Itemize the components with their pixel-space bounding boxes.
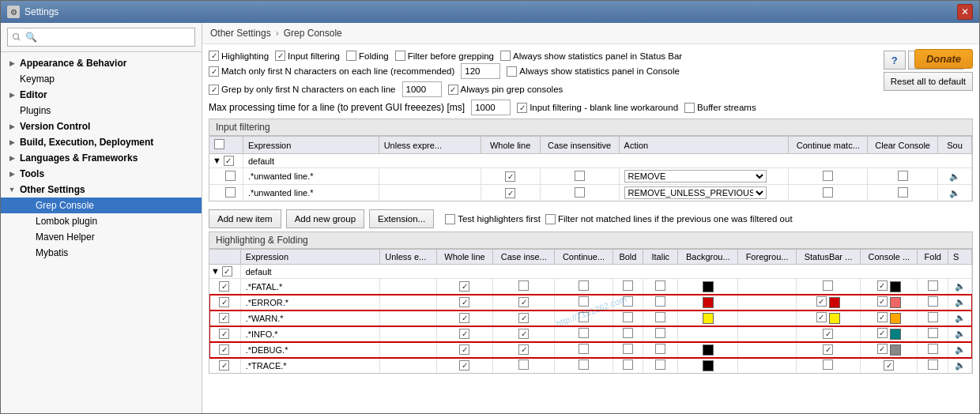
sidebar-item-appearance[interactable]: ▶ Appearance & Behavior xyxy=(1,55,202,71)
always-pin-option[interactable]: Always pin grep consoles xyxy=(448,85,564,95)
error-bold-cb[interactable] xyxy=(623,296,633,307)
folding-checkbox[interactable] xyxy=(346,51,356,61)
warn-bg-swatch[interactable] xyxy=(703,313,714,324)
row1-action-select[interactable]: REMOVE xyxy=(624,170,767,183)
fatal-statusbar-cb[interactable] xyxy=(823,280,833,291)
sidebar-item-build[interactable]: ▶ Build, Execution, Deployment xyxy=(1,134,202,150)
warn-cb[interactable] xyxy=(219,313,229,323)
sidebar-item-languages[interactable]: ▶ Languages & Frameworks xyxy=(1,150,202,166)
info-caseins-cb[interactable] xyxy=(518,329,529,339)
input-filtering-checkbox[interactable] xyxy=(275,51,285,61)
highlighting-option[interactable]: Highlighting xyxy=(209,51,269,61)
fatal-italic-cb[interactable] xyxy=(655,280,665,291)
error-fold-cb[interactable] xyxy=(928,296,938,307)
trace-wholeline-cb[interactable] xyxy=(459,360,469,371)
group-checkbox[interactable] xyxy=(224,156,234,166)
error-bg-swatch[interactable] xyxy=(703,297,714,308)
info-statusbar-cb[interactable] xyxy=(823,329,833,339)
max-processing-input[interactable] xyxy=(471,100,511,115)
sidebar-item-mybatis[interactable]: Mybatis xyxy=(1,245,202,261)
warn-fold-cb[interactable] xyxy=(928,312,938,322)
debug-cont-cb[interactable] xyxy=(579,344,589,354)
always-show-stats-statusbar-option[interactable]: Always show statistics panel in Status B… xyxy=(500,51,682,61)
filter-before-grepping-checkbox[interactable] xyxy=(395,51,405,61)
warn-cont-cb[interactable] xyxy=(579,312,589,322)
blank-line-workaround-checkbox[interactable] xyxy=(517,103,527,113)
info-sound[interactable]: 🔈 xyxy=(948,326,972,342)
match-first-n-option[interactable]: Match only first N characters on each li… xyxy=(209,66,454,77)
fatal-console-swatch[interactable] xyxy=(890,281,901,292)
debug-console-cb[interactable] xyxy=(877,344,888,354)
info-cont-cb[interactable] xyxy=(579,328,589,338)
row1-contmatch-cb[interactable] xyxy=(823,171,833,181)
close-button[interactable]: ✕ xyxy=(957,4,973,20)
row1-wholeline-cb[interactable] xyxy=(505,171,515,182)
test-highlighters-checkbox[interactable] xyxy=(445,214,455,224)
error-sound[interactable]: 🔈 xyxy=(948,295,972,310)
row1-sound[interactable]: 🔈 xyxy=(938,168,972,185)
debug-cb[interactable] xyxy=(219,344,229,355)
row2-contmatch-cb[interactable] xyxy=(823,187,833,198)
fatal-bg-swatch[interactable] xyxy=(703,281,714,292)
trace-statusbar-cb[interactable] xyxy=(823,359,833,370)
sidebar-item-lombok[interactable]: Lombok plugin xyxy=(1,213,202,229)
fatal-console-cb[interactable] xyxy=(877,280,888,291)
fatal-bold-cb[interactable] xyxy=(623,280,633,291)
info-bold-cb[interactable] xyxy=(623,328,633,338)
error-caseins-cb[interactable] xyxy=(518,297,529,307)
buffer-streams-option[interactable]: Buffer streams xyxy=(684,103,756,113)
row1-checkbox[interactable] xyxy=(225,171,236,181)
search-input[interactable] xyxy=(7,28,195,47)
warn-sound[interactable]: 🔈 xyxy=(948,310,972,326)
debug-wholeline-cb[interactable] xyxy=(459,344,469,355)
info-fold-cb[interactable] xyxy=(928,328,938,338)
filter-not-matched-checkbox[interactable] xyxy=(545,214,556,224)
sidebar-item-plugins[interactable]: Plugins xyxy=(1,103,202,119)
error-italic-cb[interactable] xyxy=(655,296,665,307)
warn-caseins-cb[interactable] xyxy=(518,313,529,323)
row1-caseins-cb[interactable] xyxy=(575,171,585,181)
warn-statusbar-swatch[interactable] xyxy=(829,313,840,324)
fatal-cont-cb[interactable] xyxy=(579,280,589,291)
error-console-cb[interactable] xyxy=(877,296,888,307)
buffer-streams-checkbox[interactable] xyxy=(684,103,695,113)
grep-first-n-option[interactable]: Grep by only first N characters on each … xyxy=(209,85,396,95)
filter-before-grepping-option[interactable]: Filter before grepping xyxy=(395,51,494,61)
debug-caseins-cb[interactable] xyxy=(518,344,529,355)
hl-group-checkbox[interactable] xyxy=(222,266,232,277)
debug-fold-cb[interactable] xyxy=(928,344,938,354)
sidebar-item-maven[interactable]: Maven Helper xyxy=(1,229,202,245)
info-console-swatch[interactable] xyxy=(890,329,901,340)
info-console-cb[interactable] xyxy=(877,328,888,338)
fatal-cb[interactable] xyxy=(219,281,229,292)
sidebar-item-keymap[interactable]: Keymap xyxy=(1,71,202,87)
row2-wholeline-cb[interactable] xyxy=(505,188,515,198)
input-filtering-option[interactable]: Input filtering xyxy=(275,51,340,61)
reset-button[interactable]: Reset all to default xyxy=(884,72,973,91)
info-italic-cb[interactable] xyxy=(655,328,665,338)
highlighting-checkbox[interactable] xyxy=(209,51,219,61)
fatal-wholeline-cb[interactable] xyxy=(459,281,469,292)
test-highlighters-option[interactable]: Test highlighters first xyxy=(445,214,541,224)
always-show-stats-statusbar-checkbox[interactable] xyxy=(500,51,511,61)
debug-bg-swatch[interactable] xyxy=(703,344,714,356)
debug-italic-cb[interactable] xyxy=(655,344,665,354)
trace-fold-cb[interactable] xyxy=(928,359,938,370)
error-wholeline-cb[interactable] xyxy=(459,297,469,307)
add-group-button[interactable]: Add new group xyxy=(286,209,364,228)
always-show-stats-console-option[interactable]: Always show statistics panel in Console xyxy=(507,66,680,77)
error-console-swatch[interactable] xyxy=(890,297,901,308)
row1-clearconsole-cb[interactable] xyxy=(898,171,908,181)
help-button[interactable]: ? xyxy=(884,51,906,70)
row2-action-select[interactable]: REMOVE_UNLESS_PREVIOUS... xyxy=(624,186,767,199)
sidebar-item-grep-console[interactable]: Grep Console xyxy=(1,198,202,213)
trace-console-cb[interactable] xyxy=(884,360,894,371)
error-statusbar-swatch[interactable] xyxy=(829,297,840,308)
grep-n-input[interactable] xyxy=(402,81,442,97)
blank-line-workaround-option[interactable]: Input filtering - blank line workaround xyxy=(517,103,678,113)
add-item-button[interactable]: Add new item xyxy=(209,209,281,228)
row2-checkbox[interactable] xyxy=(225,187,236,198)
sidebar-item-vcs[interactable]: ▶ Version Control xyxy=(1,119,202,134)
warn-bold-cb[interactable] xyxy=(623,312,633,322)
fatal-sound[interactable]: 🔈 xyxy=(948,279,972,295)
